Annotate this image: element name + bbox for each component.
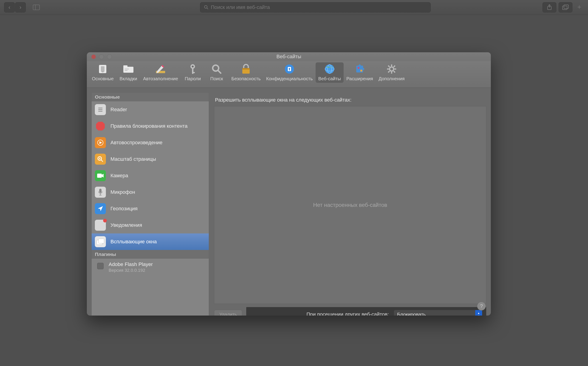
autofill-icon (155, 63, 166, 75)
zoom-icon (95, 154, 106, 165)
help-button[interactable]: ? (477, 302, 486, 311)
reader-icon (95, 104, 106, 115)
preferences-toolbar: Основные Вкладки Автозаполнение Пароли П… (87, 61, 491, 88)
tab-label: Поиск (210, 76, 223, 81)
svg-line-46 (388, 71, 389, 72)
tab-label: Автозаполнение (143, 76, 178, 81)
window-title: Веб-сайты (87, 54, 491, 60)
badge-dot-icon (103, 219, 107, 222)
tab-label: Дополнения (379, 76, 405, 81)
sidebar-section-header: Плагины (92, 250, 209, 259)
content-footer: Удалить При посещении других веб-сайтов:… (214, 307, 486, 316)
remove-button[interactable]: Удалить (214, 310, 242, 316)
svg-marker-52 (99, 141, 102, 144)
svg-rect-12 (123, 65, 127, 67)
svg-point-36 (358, 67, 359, 69)
content-heading: Разрешить всплывающие окна на следующих … (215, 97, 486, 103)
svg-line-45 (394, 66, 395, 67)
svg-point-38 (389, 67, 394, 71)
sidebar-item-content-blockers[interactable]: Правила блокирования контента (92, 118, 209, 134)
tab-label: Основные (92, 76, 114, 81)
svg-line-54 (101, 160, 103, 162)
blocker-icon (95, 121, 106, 132)
websites-list[interactable]: Нет настроенных веб-сайтов (214, 106, 486, 304)
tab-tabs[interactable]: Вкладки (116, 62, 140, 83)
tab-search[interactable]: Поиск (205, 62, 229, 83)
default-policy-select[interactable]: Блокировать ▲▼ (394, 310, 482, 316)
search-icon (211, 63, 222, 75)
sidebar-item-label: Reader (111, 107, 127, 113)
sidebar-item-location[interactable]: Геопозиция (92, 200, 209, 217)
svg-rect-64 (99, 239, 104, 243)
select-stepper-icon: ▲▼ (475, 310, 482, 316)
svg-point-19 (192, 66, 194, 68)
tab-privacy[interactable]: Конфиденциальность (263, 62, 316, 83)
preferences-body: Основные Reader Правила блокирования кон… (87, 88, 491, 316)
lock-icon (240, 63, 252, 75)
sidebar-item-notifications[interactable]: Уведомления (92, 217, 209, 233)
minimize-window-button[interactable] (99, 54, 104, 59)
svg-line-23 (218, 70, 221, 73)
select-value: Блокировать (397, 312, 426, 316)
close-window-button[interactable] (91, 54, 96, 59)
window-titlebar[interactable]: Веб-сайты (87, 52, 491, 61)
sidebar-item-label: Геопозиция (111, 206, 138, 212)
tab-websites[interactable]: Веб-сайты (316, 62, 344, 83)
sidebar-item-label: Правила блокирования контента (111, 123, 187, 129)
tab-passwords[interactable]: Пароли (181, 62, 205, 83)
sidebar-section-header: Основные (92, 93, 209, 101)
popups-icon (95, 236, 106, 247)
svg-rect-25 (242, 68, 250, 69)
tab-security[interactable]: Безопасность (229, 62, 263, 83)
plugin-checkbox[interactable] (97, 263, 103, 269)
tab-label: Безопасность (231, 76, 261, 81)
notifications-icon (95, 220, 106, 231)
key-icon (187, 63, 199, 75)
svg-line-44 (394, 71, 395, 72)
privacy-icon (284, 63, 295, 75)
sidebar-item-plugin[interactable]: Adobe Flash Player Версия 32.0.0.192 (92, 259, 209, 276)
sidebar-item-label: Масштаб страницы (111, 156, 156, 162)
default-policy-row: При посещении других веб-сайтов: Блокиро… (246, 307, 486, 316)
sidebar-item-popups[interactable]: Всплывающие окна (92, 233, 209, 250)
sidebar-item-camera[interactable]: Камера (92, 168, 209, 184)
zoom-window-button[interactable] (107, 54, 112, 59)
sidebar-item-autoplay[interactable]: Автовоспроизведение (92, 134, 209, 151)
question-icon: ? (480, 303, 483, 309)
svg-point-30 (325, 64, 334, 74)
svg-rect-9 (101, 66, 104, 72)
svg-marker-58 (102, 174, 103, 177)
globe-icon (324, 63, 335, 75)
svg-rect-59 (99, 189, 102, 193)
sidebar-item-microphone[interactable]: Микрофон (92, 184, 209, 200)
sidebar-item-page-zoom[interactable]: Масштаб страницы (92, 151, 209, 168)
svg-point-34 (358, 64, 361, 67)
svg-rect-21 (192, 72, 195, 73)
svg-rect-11 (123, 67, 134, 73)
svg-line-43 (388, 66, 389, 67)
sidebar-item-label: Уведомления (111, 222, 142, 228)
tab-advanced[interactable]: Дополнения (376, 62, 407, 83)
sidebar-item-label: Камера (111, 173, 128, 179)
sidebar-item-label: Микрофон (111, 189, 135, 195)
default-policy-label: При посещении других веб-сайтов: (306, 312, 389, 316)
svg-rect-10 (102, 72, 103, 72)
preferences-window: Веб-сайты Основные Вкладки Автозаполнени… (87, 52, 491, 316)
tabs-icon (123, 63, 134, 75)
tab-label: Вкладки (120, 76, 137, 81)
gear-icon (386, 63, 397, 75)
sidebar-item-reader[interactable]: Reader (92, 101, 209, 118)
content-pane: Разрешить всплывающие окна на следующих … (214, 92, 486, 316)
plugin-text-group: Adobe Flash Player Версия 32.0.0.192 (109, 261, 153, 273)
svg-rect-37 (360, 70, 362, 72)
plugin-version: Версия 32.0.0.192 (109, 268, 153, 273)
tab-label: Расширения (346, 76, 373, 81)
tab-autofill[interactable]: Автозаполнение (140, 62, 181, 83)
camera-icon (95, 170, 106, 181)
svg-rect-29 (289, 69, 290, 70)
tab-general[interactable]: Основные (89, 62, 116, 83)
autoplay-icon (95, 137, 106, 148)
extensions-icon (354, 63, 366, 75)
svg-rect-57 (97, 174, 102, 178)
tab-extensions[interactable]: Расширения (344, 62, 376, 83)
